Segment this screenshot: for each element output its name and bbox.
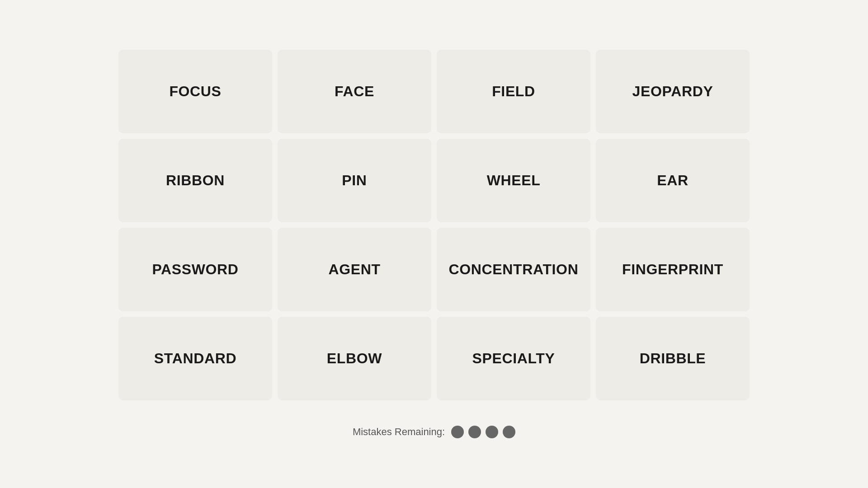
word-label-specialty: SPECIALTY <box>468 346 560 371</box>
word-card-fingerprint[interactable]: FINGERPRINT <box>596 228 750 311</box>
word-label-standard: STANDARD <box>150 346 241 371</box>
word-card-jeopardy[interactable]: JEOPARDY <box>596 50 750 133</box>
mistakes-area: Mistakes Remaining: <box>353 426 515 438</box>
word-card-focus[interactable]: FOCUS <box>118 50 272 133</box>
mistake-dot-4 <box>503 426 515 438</box>
word-card-agent[interactable]: AGENT <box>278 228 431 311</box>
word-label-jeopardy: JEOPARDY <box>628 79 718 104</box>
word-label-elbow: ELBOW <box>322 346 387 371</box>
word-card-concentration[interactable]: CONCENTRATION <box>437 228 590 311</box>
word-card-elbow[interactable]: ELBOW <box>278 317 431 400</box>
word-label-password: PASSWORD <box>147 257 243 282</box>
word-label-ear: EAR <box>652 168 693 193</box>
word-card-specialty[interactable]: SPECIALTY <box>437 317 590 400</box>
word-label-ribbon: RIBBON <box>161 168 229 193</box>
word-label-focus: FOCUS <box>165 79 226 104</box>
mistake-dot-1 <box>451 426 464 438</box>
word-card-pin[interactable]: PIN <box>278 139 431 222</box>
word-label-face: FACE <box>330 79 379 104</box>
word-card-standard[interactable]: STANDARD <box>118 317 272 400</box>
word-card-dribble[interactable]: DRIBBLE <box>596 317 750 400</box>
word-label-agent: AGENT <box>324 257 385 282</box>
word-label-wheel: WHEEL <box>482 168 545 193</box>
word-label-field: FIELD <box>487 79 540 104</box>
game-grid: FOCUSFACEFIELDJEOPARDYRIBBONPINWHEELEARP… <box>118 50 750 400</box>
word-card-face[interactable]: FACE <box>278 50 431 133</box>
word-label-concentration: CONCENTRATION <box>444 257 583 282</box>
mistake-dot-3 <box>486 426 498 438</box>
word-label-pin: PIN <box>337 168 371 193</box>
word-label-dribble: DRIBBLE <box>635 346 711 371</box>
word-card-ear[interactable]: EAR <box>596 139 750 222</box>
word-label-fingerprint: FINGERPRINT <box>618 257 728 282</box>
word-card-password[interactable]: PASSWORD <box>118 228 272 311</box>
mistakes-label: Mistakes Remaining: <box>353 426 445 438</box>
mistake-dot-2 <box>468 426 481 438</box>
word-card-ribbon[interactable]: RIBBON <box>118 139 272 222</box>
mistakes-dots <box>451 426 515 438</box>
word-card-wheel[interactable]: WHEEL <box>437 139 590 222</box>
word-card-field[interactable]: FIELD <box>437 50 590 133</box>
